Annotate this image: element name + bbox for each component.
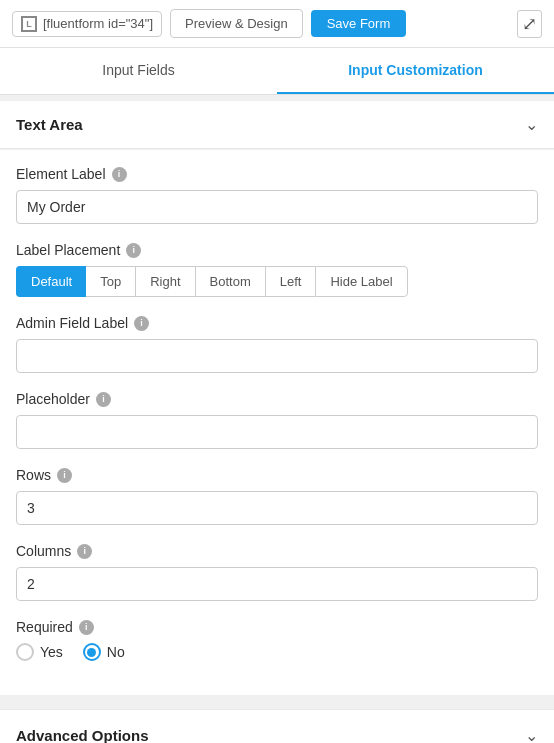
advanced-options-title: Advanced Options: [16, 727, 149, 743]
admin-field-label-label: Admin Field Label i: [16, 315, 538, 331]
rows-info-icon[interactable]: i: [57, 468, 72, 483]
expand-icon[interactable]: ⤢: [517, 10, 542, 38]
advanced-options-section[interactable]: Advanced Options ⌄: [0, 709, 554, 743]
section-title: Text Area: [16, 116, 83, 133]
element-label-label: Element Label i: [16, 166, 538, 182]
top-bar: L [fluentform id="34"] Preview & Design …: [0, 0, 554, 48]
columns-group: Columns i: [16, 543, 538, 601]
rows-input[interactable]: [16, 491, 538, 525]
placement-default-button[interactable]: Default: [16, 266, 86, 297]
admin-field-label-group: Admin Field Label i: [16, 315, 538, 373]
placement-left-button[interactable]: Left: [265, 266, 316, 297]
element-label-info-icon[interactable]: i: [112, 167, 127, 182]
placement-hide-label-button[interactable]: Hide Label: [315, 266, 407, 297]
preview-design-button[interactable]: Preview & Design: [170, 9, 303, 38]
placement-top-button[interactable]: Top: [86, 266, 135, 297]
rows-label: Rows i: [16, 467, 538, 483]
label-placement-options: Default Top Right Bottom Left Hide Label: [16, 266, 538, 297]
element-label-group: Element Label i: [16, 166, 538, 224]
required-no-radio[interactable]: [83, 643, 101, 661]
columns-label: Columns i: [16, 543, 538, 559]
element-label-input[interactable]: [16, 190, 538, 224]
form-icon: L: [21, 16, 37, 32]
required-label: Required i: [16, 619, 538, 635]
tab-input-fields[interactable]: Input Fields: [0, 48, 277, 94]
customization-content: Element Label i Label Placement i Defaul…: [0, 150, 554, 695]
placeholder-input[interactable]: [16, 415, 538, 449]
required-yes-radio[interactable]: [16, 643, 34, 661]
placement-bottom-button[interactable]: Bottom: [195, 266, 265, 297]
columns-input[interactable]: [16, 567, 538, 601]
advanced-options-chevron-icon[interactable]: ⌄: [525, 726, 538, 743]
placeholder-info-icon[interactable]: i: [96, 392, 111, 407]
form-id-badge[interactable]: L [fluentform id="34"]: [12, 11, 162, 37]
main-tabs: Input Fields Input Customization: [0, 48, 554, 95]
required-radio-group: Yes No: [16, 643, 538, 661]
text-area-section-header: Text Area ⌄: [0, 101, 554, 149]
placeholder-group: Placeholder i: [16, 391, 538, 449]
label-placement-label: Label Placement i: [16, 242, 538, 258]
divider: [0, 695, 554, 701]
admin-field-label-input[interactable]: [16, 339, 538, 373]
placeholder-label: Placeholder i: [16, 391, 538, 407]
required-group: Required i Yes No: [16, 619, 538, 661]
label-placement-group: Label Placement i Default Top Right Bott…: [16, 242, 538, 297]
label-placement-info-icon[interactable]: i: [126, 243, 141, 258]
required-yes-option[interactable]: Yes: [16, 643, 63, 661]
form-id-label: [fluentform id="34"]: [43, 16, 153, 31]
required-yes-label: Yes: [40, 644, 63, 660]
rows-group: Rows i: [16, 467, 538, 525]
required-no-option[interactable]: No: [83, 643, 125, 661]
placement-right-button[interactable]: Right: [135, 266, 194, 297]
required-no-label: No: [107, 644, 125, 660]
save-form-button[interactable]: Save Form: [311, 10, 407, 37]
admin-field-label-info-icon[interactable]: i: [134, 316, 149, 331]
columns-info-icon[interactable]: i: [77, 544, 92, 559]
required-info-icon[interactable]: i: [79, 620, 94, 635]
tab-input-customization[interactable]: Input Customization: [277, 48, 554, 94]
section-collapse-icon[interactable]: ⌄: [525, 115, 538, 134]
